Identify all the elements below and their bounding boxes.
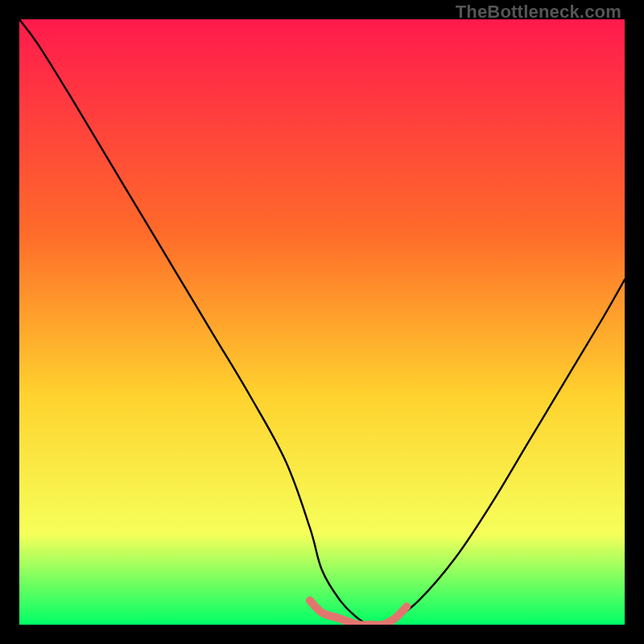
watermark-text: TheBottleneck.com xyxy=(456,2,621,23)
bottleneck-plot xyxy=(19,19,625,625)
gradient-background xyxy=(19,19,625,625)
chart-frame xyxy=(19,19,625,625)
